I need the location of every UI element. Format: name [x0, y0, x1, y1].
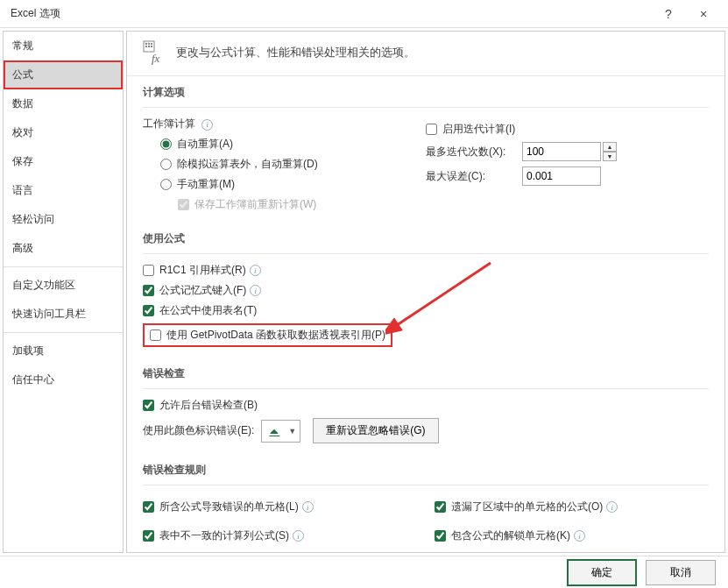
rule-1-label: 所含公式导致错误的单元格(L) [159, 499, 299, 514]
svg-text:fx: fx [152, 52, 160, 65]
check-r1c1[interactable] [143, 265, 154, 276]
info-icon[interactable]: i [201, 119, 213, 131]
info-icon[interactable]: i [293, 530, 304, 542]
section-formulas-title: 使用公式 [143, 231, 709, 254]
section-rules-title: 错误检查规则 [143, 463, 709, 485]
sidebar-item-save[interactable]: 保存 [4, 147, 123, 176]
section-calc-title: 计算选项 [143, 85, 709, 108]
svg-rect-1 [145, 43, 147, 45]
sidebar-item-qat[interactable]: 快速访问工具栏 [4, 300, 123, 329]
sidebar-separator [4, 332, 123, 333]
max-iter-label: 最多迭代次数(X): [426, 145, 522, 159]
info-icon[interactable]: i [606, 501, 618, 513]
svg-rect-6 [151, 46, 152, 47]
radio-manual[interactable] [160, 179, 172, 190]
check-iterative[interactable] [426, 124, 437, 135]
header-description: 更改与公式计算、性能和错误处理相关的选项。 [176, 45, 415, 60]
formula-icon: fx [143, 40, 167, 65]
check-recalc-save [178, 199, 189, 210]
section-errchk-title: 错误检查 [143, 366, 709, 389]
sidebar-item-general[interactable]: 常规 [4, 32, 123, 60]
sidebar-item-accessibility[interactable]: 轻松访问 [4, 205, 123, 234]
sidebar-item-addins[interactable]: 加载项 [4, 337, 123, 365]
rule-2-label: 表中不一致的计算列公式(S) [159, 528, 289, 543]
sidebar-item-trust-center[interactable]: 信任中心 [4, 365, 123, 394]
rule-6-label: 包含公式的解锁单元格(K) [451, 528, 570, 543]
svg-rect-3 [151, 43, 152, 45]
radio-except-tables-label: 除模拟运算表外，自动重算(D) [177, 157, 318, 172]
svg-rect-2 [148, 43, 150, 45]
check-r1c1-label: R1C1 引用样式(R) [159, 263, 246, 278]
svg-rect-5 [148, 46, 150, 47]
check-rule-5[interactable] [435, 501, 446, 513]
highlighted-getpivot-row: 使用 GetPivotData 函数获取数据透视表引用(P) [143, 323, 392, 347]
svg-rect-4 [145, 46, 147, 47]
color-swatch-icon: ⏶ [265, 425, 283, 437]
info-icon[interactable]: i [250, 285, 261, 296]
help-button[interactable]: ? [651, 0, 686, 28]
max-iter-input[interactable] [522, 142, 601, 161]
check-table-names[interactable] [143, 305, 154, 316]
info-icon[interactable]: i [574, 530, 585, 542]
chevron-down-icon: ▼ [288, 427, 296, 436]
rule-5-label: 遗漏了区域中的单元格的公式(O) [451, 499, 603, 514]
check-table-names-label: 在公式中使用表名(T) [159, 303, 257, 318]
info-icon[interactable]: i [250, 265, 261, 276]
spinner-up[interactable]: ▲ [603, 142, 617, 152]
check-bg-error[interactable] [143, 400, 154, 411]
reset-ignored-errors-button[interactable]: 重新设置忽略错误(G) [313, 418, 438, 443]
check-bg-error-label: 允许后台错误检查(B) [159, 398, 258, 413]
category-sidebar: 常规 公式 数据 校对 保存 语言 轻松访问 高级 自定义功能区 快速访问工具栏… [3, 31, 124, 553]
check-rule-1[interactable] [143, 501, 154, 513]
sidebar-item-language[interactable]: 语言 [4, 176, 123, 205]
check-getpivotdata[interactable] [150, 329, 161, 341]
check-getpivotdata-label: 使用 GetPivotData 函数获取数据透视表引用(P) [166, 328, 385, 343]
error-color-picker[interactable]: ⏶ ▼ [261, 420, 300, 443]
radio-manual-label: 手动重算(M) [177, 177, 235, 192]
info-icon[interactable]: i [302, 501, 314, 513]
radio-auto[interactable] [160, 138, 172, 150]
check-iterative-label: 启用迭代计算(I) [442, 122, 515, 137]
dialog-title: Excel 选项 [7, 6, 651, 21]
sidebar-item-formulas[interactable]: 公式 [4, 60, 123, 89]
sidebar-item-proofing[interactable]: 校对 [4, 118, 123, 147]
radio-except-tables[interactable] [160, 159, 172, 170]
sidebar-item-advanced[interactable]: 高级 [4, 234, 123, 263]
check-autocomplete-label: 公式记忆式键入(F) [159, 283, 246, 298]
max-change-input[interactable] [522, 166, 601, 186]
ok-button[interactable]: 确定 [567, 559, 637, 586]
cancel-button[interactable]: 取消 [646, 560, 716, 585]
main-panel: fx 更改与公式计算、性能和错误处理相关的选项。 计算选项 工作簿计算 i [126, 31, 725, 553]
sidebar-item-data[interactable]: 数据 [4, 89, 123, 118]
radio-auto-label: 自动重算(A) [177, 137, 233, 152]
sidebar-item-customize-ribbon[interactable]: 自定义功能区 [4, 271, 123, 300]
max-change-label: 最大误差(C): [426, 169, 522, 184]
spinner-down[interactable]: ▼ [603, 152, 617, 161]
sidebar-separator [4, 266, 123, 267]
close-button[interactable]: × [686, 0, 721, 28]
check-recalc-save-label: 保存工作簿前重新计算(W) [194, 197, 316, 212]
error-color-label: 使用此颜色标识错误(E): [143, 423, 254, 438]
check-rule-6[interactable] [435, 530, 446, 542]
check-rule-2[interactable] [143, 530, 154, 542]
workbook-calc-label: 工作簿计算 [143, 117, 195, 130]
check-autocomplete[interactable] [143, 285, 154, 296]
